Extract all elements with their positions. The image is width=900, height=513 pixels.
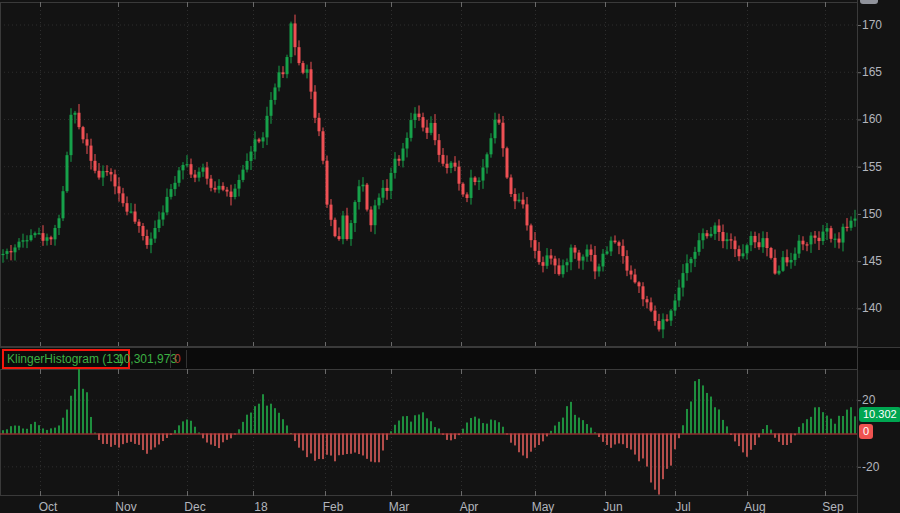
trading-chart-window: KlingerHistogram (13) 10,301,973 0 OctNo… <box>0 0 900 513</box>
time-tick-label: Apr <box>460 500 479 513</box>
time-tick-label: Oct <box>39 500 58 513</box>
klinger-histogram-pane[interactable] <box>0 369 900 496</box>
time-tick-label: Jun <box>603 500 622 513</box>
klinger-value-badge: 10.302 <box>859 407 900 422</box>
price-pane[interactable] <box>0 0 900 347</box>
time-tick-label: May <box>532 500 555 513</box>
price-tick-label: 170 <box>862 18 882 32</box>
price-tick-label: 150 <box>862 207 882 221</box>
price-tick-label: 140 <box>862 301 882 315</box>
indicator-zero-value: 0 <box>174 352 181 366</box>
price-tick-label: 160 <box>862 112 882 126</box>
time-tick-label: Jul <box>675 500 690 513</box>
klinger-tick-label: 20 <box>862 393 875 407</box>
indicator-selection-box[interactable]: KlingerHistogram (13) <box>2 349 130 369</box>
clipped-price-badge <box>860 0 878 4</box>
time-tick-label: Feb <box>323 500 344 513</box>
axis-separator <box>857 0 858 513</box>
indicator-value: 10,301,973 <box>117 352 177 366</box>
indicator-label[interactable]: KlingerHistogram (13) <box>7 352 124 366</box>
klinger-tick-label: -20 <box>862 460 879 474</box>
time-tick-label: Aug <box>744 500 765 513</box>
indicator-header: KlingerHistogram (13) 10,301,973 0 <box>0 347 900 370</box>
time-tick-label: Dec <box>184 500 205 513</box>
time-tick-label: Mar <box>389 500 410 513</box>
time-tick-label: Sep <box>822 500 843 513</box>
price-tick-label: 155 <box>862 160 882 174</box>
klinger-zero-badge: 0 <box>859 424 873 439</box>
time-tick-label: 18 <box>254 500 267 513</box>
time-axis[interactable]: OctNovDec18FebMarAprMayJunJulAugSep <box>0 497 900 513</box>
header-divider <box>170 350 171 368</box>
price-tick-label: 145 <box>862 254 882 268</box>
time-tick-label: Nov <box>115 500 136 513</box>
header-divider <box>186 350 187 368</box>
price-tick-label: 165 <box>862 65 882 79</box>
